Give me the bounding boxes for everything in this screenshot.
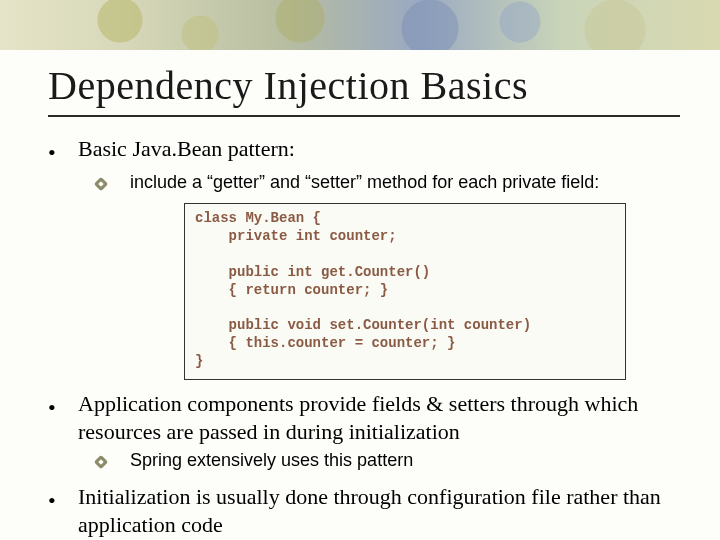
slide-title: Dependency Injection Basics xyxy=(48,62,680,109)
bullet-level1: • Application components provide fields … xyxy=(48,390,680,445)
bullet-dot-icon: • xyxy=(48,135,78,167)
bullet-level2: Spring extensively uses this pattern xyxy=(96,449,680,475)
bullet-dot-icon: • xyxy=(48,483,78,538)
code-block: class My.Bean { private int counter; pub… xyxy=(184,203,626,380)
bullet-text: Initialization is usually done through c… xyxy=(78,483,680,538)
content-area: Dependency Injection Basics • Basic Java… xyxy=(48,52,680,540)
title-underline xyxy=(48,115,680,117)
bullet-level2: include a “getter” and “setter” method f… xyxy=(96,171,680,197)
bullet-text: Spring extensively uses this pattern xyxy=(130,449,680,475)
bullet-dot-icon: • xyxy=(48,390,78,445)
bullet-level1: • Initialization is usually done through… xyxy=(48,483,680,538)
bullet-level1: • Basic Java.Bean pattern: xyxy=(48,135,680,167)
fancy-bullet-icon xyxy=(96,171,130,197)
bullet-text: Application components provide fields & … xyxy=(78,390,680,445)
decorative-banner xyxy=(0,0,720,50)
slide: Dependency Injection Basics • Basic Java… xyxy=(0,0,720,540)
bullet-text: Basic Java.Bean pattern: xyxy=(78,135,680,167)
bullet-text: include a “getter” and “setter” method f… xyxy=(130,171,680,197)
fancy-bullet-icon xyxy=(96,449,130,475)
